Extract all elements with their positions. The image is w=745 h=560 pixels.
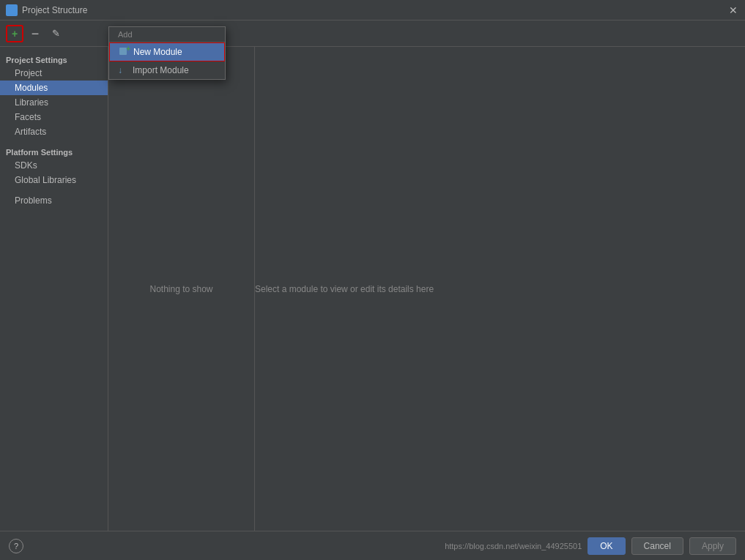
cancel-button[interactable]: Cancel (631, 537, 683, 555)
new-module-item[interactable]: New Module (109, 42, 225, 61)
sidebar-item-project[interactable]: Project (0, 66, 108, 81)
content-with-panel: Nothing to show Select a module to view … (108, 47, 434, 531)
sidebar-item-libraries[interactable]: Libraries (0, 95, 108, 110)
close-button[interactable]: ✕ (727, 4, 739, 16)
main-content-area: Select a module to view or edit its deta… (255, 47, 434, 531)
svg-rect-1 (10, 8, 14, 12)
status-url: https://blog.csdn.net/weixin_44925501 (445, 542, 582, 550)
minus-icon: − (31, 27, 40, 40)
sidebar-item-facets[interactable]: Facets (0, 110, 108, 124)
sidebar-item-sdks[interactable]: SDKs (0, 158, 108, 173)
content-left-panel: Nothing to show (108, 47, 255, 531)
add-button[interactable]: + (6, 25, 23, 42)
import-module-item[interactable]: Import Module (109, 61, 225, 79)
import-module-label: Import Module (133, 65, 189, 75)
edit-button[interactable]: ✎ (47, 25, 64, 42)
app-icon (6, 4, 18, 16)
new-module-label: New Module (133, 47, 182, 57)
add-dropdown-menu: Add New Module Import Module (108, 26, 226, 80)
new-module-icon (119, 47, 129, 57)
import-module-icon (118, 65, 128, 75)
select-prompt-label: Select a module to view or edit its deta… (255, 284, 434, 294)
dropdown-header: Add (109, 27, 225, 42)
sidebar-item-artifacts[interactable]: Artifacts (0, 124, 108, 139)
bottom-left: ? (9, 539, 23, 553)
remove-button[interactable]: − (26, 25, 44, 42)
bottom-bar: ? https://blog.csdn.net/weixin_44925501 … (0, 531, 745, 560)
sidebar-item-problems[interactable]: Problems (0, 193, 108, 208)
ok-button[interactable]: OK (588, 537, 625, 555)
edit-icon: ✎ (52, 28, 60, 39)
platform-settings-label: Platform Settings (0, 145, 108, 158)
sidebar-item-modules[interactable]: Modules (0, 81, 108, 95)
add-icon: + (12, 29, 18, 39)
window-title: Project Structure (22, 5, 87, 15)
apply-button[interactable]: Apply (689, 537, 736, 555)
title-bar-left: Project Structure (6, 4, 87, 16)
sidebar-item-global-libraries[interactable]: Global Libraries (0, 173, 108, 187)
main-layout: Project Settings Project Modules Librari… (0, 47, 745, 531)
help-icon: ? (14, 542, 18, 550)
nothing-to-show-label: Nothing to show (149, 284, 212, 294)
project-settings-label: Project Settings (0, 53, 108, 66)
title-bar: Project Structure ✕ (0, 0, 745, 20)
sidebar: Project Settings Project Modules Librari… (0, 47, 108, 531)
bottom-right: https://blog.csdn.net/weixin_44925501 OK… (445, 537, 736, 555)
help-button[interactable]: ? (9, 539, 23, 553)
